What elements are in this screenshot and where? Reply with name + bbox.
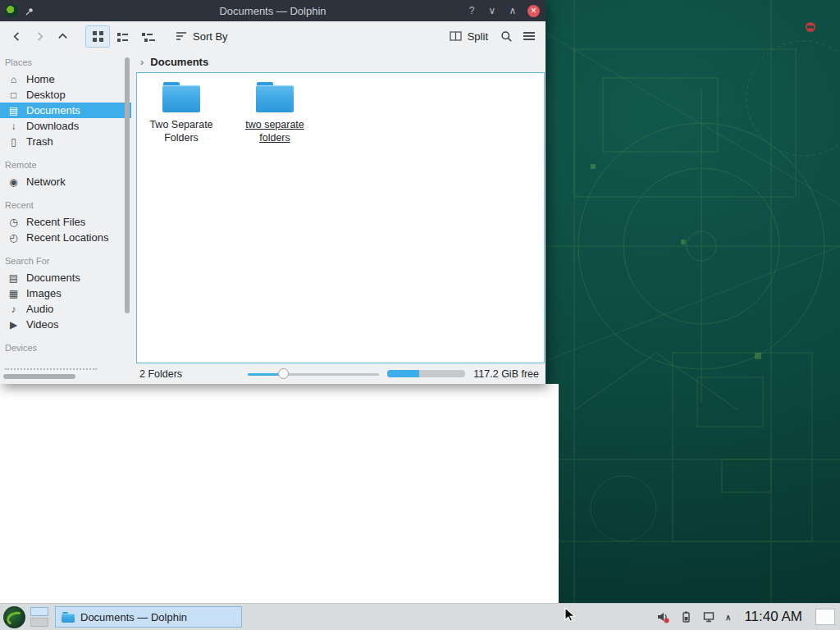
items-count: 2 Folders [139, 368, 182, 380]
sidebar-item-documents[interactable]: ▤ Documents [0, 103, 131, 118]
sidebar-item-label: Images [26, 287, 62, 299]
section-header-remote: Remote [0, 157, 131, 174]
show-desktop-button[interactable] [815, 609, 835, 625]
back-button[interactable] [5, 25, 28, 48]
images-icon: ▦ [7, 288, 20, 299]
application-launcher-icon[interactable] [3, 606, 25, 628]
sidebar-item-videos[interactable]: ▶ Videos [0, 317, 131, 332]
sidebar-item-trash[interactable]: ▯ Trash [0, 134, 131, 149]
sort-icon [176, 30, 187, 42]
expand-tray-icon[interactable]: ∧ [725, 613, 731, 622]
breadcrumb-current[interactable]: Documents [150, 56, 208, 68]
sidebar-item-recent-locations[interactable]: ◴ Recent Locations [0, 230, 131, 245]
free-space-label: 117.2 GiB free [473, 368, 539, 380]
search-icon [500, 30, 513, 43]
task-button-label: Documents — Dolphin [80, 611, 187, 623]
battery-icon[interactable] [679, 610, 692, 623]
search-button[interactable] [495, 25, 518, 48]
folder-view[interactable]: Two Separate Folders two separate folder… [136, 72, 545, 363]
display-settings-icon[interactable] [702, 610, 715, 623]
section-header-devices: Devices [0, 340, 131, 357]
zoom-slider-handle[interactable] [278, 368, 289, 379]
sort-by-label: Sort By [193, 30, 228, 43]
sidebar-item-label: Recent Files [26, 216, 85, 228]
sidebar-item-downloads[interactable]: ↓ Downloads [0, 118, 131, 134]
minimize-button[interactable]: ∨ [486, 5, 498, 17]
sidebar-item-label: Home [26, 73, 55, 85]
places-panel: Places ⌂ Home □ Desktop ▤ Documents ↓ Do… [0, 51, 131, 384]
sidebar-item-label: Audio [26, 303, 53, 315]
view-mode-group [85, 25, 159, 48]
split-button[interactable]: Split [443, 25, 495, 48]
sort-by-button[interactable]: Sort By [169, 25, 235, 48]
details-view-icon [117, 31, 128, 42]
sidebar-horizontal-scrollbar[interactable] [3, 374, 75, 379]
sidebar-vertical-scrollbar[interactable] [125, 57, 130, 313]
clock[interactable]: 11:40 AM [744, 609, 802, 625]
zoom-slider[interactable] [248, 368, 379, 380]
sidebar-item-label: Trash [26, 135, 53, 148]
folder-item-two-separate-folders[interactable]: Two Separate Folders [147, 82, 216, 145]
sidebar-item-label: Documents [26, 104, 80, 116]
details-view-button[interactable] [110, 25, 135, 48]
recent-files-icon: ◷ [7, 217, 20, 228]
folder-label: Two Separate Folders [148, 118, 215, 145]
split-label: Split [468, 30, 488, 43]
sidebar-item-label: Documents [26, 272, 80, 284]
back-icon [11, 30, 23, 43]
trash-icon: ▯ [7, 136, 20, 148]
documents-icon: ▤ [7, 272, 20, 284]
window-app-icon[interactable] [6, 5, 18, 17]
disk-usage-fill [387, 370, 419, 377]
volume-muted-icon[interactable] [656, 610, 669, 623]
maximize-button[interactable]: ∧ [507, 5, 518, 17]
folder-label: two separate folders [241, 118, 308, 145]
sidebar-item-images[interactable]: ▦ Images [0, 285, 131, 301]
forward-button[interactable] [28, 25, 51, 48]
window-title: Documents — Dolphin [0, 5, 546, 17]
downloads-icon: ↓ [7, 121, 20, 132]
home-icon: ⌂ [7, 74, 20, 85]
close-button[interactable]: × [527, 5, 540, 17]
videos-icon: ▶ [7, 319, 20, 331]
sidebar-item-search-documents[interactable]: ▤ Documents [0, 270, 131, 285]
documents-icon: ▤ [7, 105, 20, 116]
folder-icon [256, 82, 294, 112]
folder-icon [62, 612, 75, 623]
split-icon [450, 30, 462, 42]
up-button[interactable] [51, 25, 74, 48]
section-header-search-for: Search For [0, 253, 131, 270]
system-tray: ∧ [656, 610, 731, 623]
task-button-dolphin[interactable]: Documents — Dolphin [55, 606, 242, 628]
sidebar-item-network[interactable]: ◉ Network [0, 174, 131, 189]
sidebar-item-home[interactable]: ⌂ Home [0, 71, 131, 87]
disk-usage-bar [387, 370, 465, 377]
breadcrumb-chevron-icon: › [140, 56, 144, 68]
mouse-cursor [563, 607, 578, 626]
folder-item-two-separate-folders-lowercase[interactable]: two separate folders [240, 82, 309, 145]
titlebar[interactable]: Documents — Dolphin ? ∨ ∧ × [0, 0, 546, 21]
taskbar: Documents — Dolphin ∧ 11:40 AM [0, 603, 840, 630]
status-bar: 2 Folders 117.2 GiB free [131, 363, 546, 384]
sidebar-item-recent-files[interactable]: ◷ Recent Files [0, 214, 131, 230]
sidebar-item-audio[interactable]: ♪ Audio [0, 301, 131, 317]
compact-view-button[interactable] [135, 25, 159, 48]
virtual-desktop-pager[interactable] [30, 607, 50, 627]
icons-view-button[interactable] [85, 25, 110, 48]
sidebar-item-desktop[interactable]: □ Desktop [0, 87, 131, 103]
help-button[interactable]: ? [466, 5, 477, 17]
menu-button[interactable] [518, 25, 541, 48]
device-item-clipped [5, 368, 97, 370]
section-header-recent: Recent [0, 197, 131, 214]
forward-icon [34, 30, 46, 43]
pager-desktop-2[interactable] [30, 618, 48, 627]
desktop-icon: □ [7, 89, 20, 101]
icons-view-icon [93, 31, 103, 42]
audio-icon: ♪ [7, 304, 20, 315]
pager-desktop-1[interactable] [30, 607, 48, 616]
breadcrumb[interactable]: › Documents [131, 51, 546, 72]
pin-icon[interactable] [24, 6, 34, 16]
sidebar-item-label: Downloads [26, 120, 79, 132]
sidebar-item-label: Desktop [26, 89, 66, 101]
compact-view-icon [142, 31, 153, 42]
